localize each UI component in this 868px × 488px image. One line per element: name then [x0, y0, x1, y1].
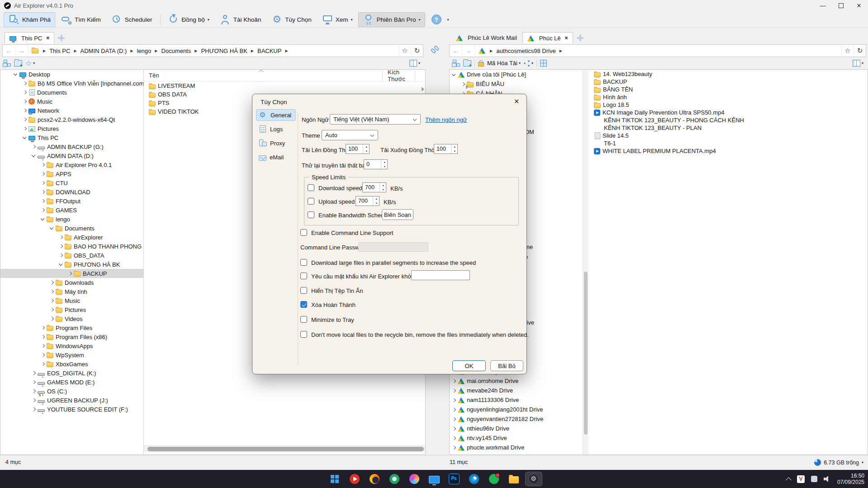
ok-button[interactable]: OK [452, 360, 486, 371]
expander-icon[interactable] [21, 98, 28, 105]
tree-item[interactable]: FFOutput [0, 196, 143, 206]
chevron-down-icon[interactable]: ▾ [862, 460, 863, 464]
edit-schedule-button[interactable]: Biên Soạn [382, 209, 413, 220]
expander-icon[interactable] [39, 342, 47, 349]
tree-item[interactable]: Pictures [0, 124, 143, 133]
tree-item-drive[interactable]: nguyenvantien2728182 Drive [450, 414, 583, 424]
chevron-down-icon[interactable]: ▾ [33, 61, 35, 65]
file-row[interactable]: BẢNG TÊN [589, 86, 868, 93]
taskbar-app-button[interactable] [524, 470, 544, 488]
vertical-scrollbar[interactable] [583, 70, 588, 455]
file-row[interactable]: T6-1 [589, 139, 868, 147]
expander-icon[interactable] [48, 288, 56, 295]
tree-item[interactable]: Drive của tôi [Phúc Lê] [450, 70, 583, 79]
dialog-sidebar-item[interactable]: General [256, 109, 296, 121]
toolbar-button[interactable]: Tài Khoản ▾ [215, 12, 266, 27]
tab-this-pc[interactable]: This PC × [5, 32, 54, 43]
chevron-down-icon[interactable]: ▾ [519, 61, 521, 65]
upload-speed-limit-checkbox[interactable] [308, 198, 314, 205]
new-folder-icon[interactable] [14, 60, 22, 67]
expander-icon[interactable] [451, 71, 458, 78]
expander-icon[interactable] [451, 406, 458, 413]
expander-icon[interactable] [39, 351, 47, 359]
expander-icon[interactable] [39, 170, 47, 177]
storage-info[interactable]: 6.73 GB trống ▾ [814, 459, 863, 466]
tree-item[interactable]: AirExplorer [0, 233, 143, 242]
horizontal-scrollbar[interactable] [144, 445, 425, 452]
taskbar-app-button[interactable] [424, 470, 444, 488]
expander-icon[interactable] [21, 116, 28, 123]
favorite-star-icon[interactable]: ☆ [841, 45, 854, 57]
tree-item-drive[interactable]: nthieu96tv Drive [450, 424, 583, 433]
tree-item[interactable]: Network [0, 106, 143, 115]
file-row[interactable]: BACKUP [589, 78, 868, 86]
new-folder-icon[interactable] [463, 60, 471, 67]
splitter-collapse-icon[interactable] [422, 87, 424, 91]
tree-item[interactable]: PHƯƠNG HÀ BK [0, 260, 143, 269]
add-language-link[interactable]: Thêm ngôn ngữ [425, 116, 467, 123]
breadcrumb-item[interactable]: PHƯƠNG HÀ BK [200, 48, 248, 54]
taskbar-app-button[interactable] [345, 470, 365, 488]
expander-icon[interactable] [39, 324, 47, 331]
language-select[interactable]: Tiếng Việt (Việt Nam) [330, 114, 421, 124]
expander-icon[interactable] [57, 261, 65, 268]
expander-icon[interactable] [48, 225, 56, 232]
new-tab-button[interactable] [58, 34, 65, 41]
expander-icon[interactable] [451, 444, 458, 451]
tree-item[interactable]: CTU [0, 178, 143, 187]
retry-spinner[interactable]: 0 [364, 159, 388, 169]
expander-icon[interactable] [39, 179, 47, 187]
tree-item[interactable]: GAMES MOD (E:) [0, 378, 143, 387]
file-row[interactable]: KÊNH TIKTOK 123_BEAUTY - PHONG CÁCH KÊNH [589, 116, 868, 124]
chevron-down-icon[interactable]: ▾ [531, 61, 533, 65]
download-speed-limit-spinner[interactable]: 700 [362, 182, 386, 192]
toolbar-button[interactable]: Tìm Kiếm ▾ [56, 12, 105, 27]
encrypted-upload-label[interactable]: Mã Hóa Tải [487, 60, 517, 67]
startup-password-field[interactable] [411, 270, 470, 280]
file-row[interactable]: LIVESTREAM [144, 81, 425, 90]
tree-item[interactable]: Program Files (x86) [0, 332, 143, 341]
expander-icon[interactable] [30, 152, 38, 159]
cancel-button[interactable]: Bãi Bỏ [490, 360, 523, 371]
file-row[interactable]: WHITE LABEL PREMIUM PLACENTA.mp4 [589, 147, 868, 155]
expander-icon[interactable] [48, 279, 56, 286]
upload-concurrent-spinner[interactable]: 100 [346, 144, 370, 154]
expander-icon[interactable] [39, 360, 47, 368]
share-icon[interactable] [524, 60, 530, 67]
expander-icon[interactable] [48, 297, 56, 304]
tree-item[interactable]: YOUTUBE SOURCE EDIT (F:) [0, 405, 143, 414]
taskbar-app-button[interactable] [365, 470, 384, 488]
tree-item-drive[interactable]: nam11133306 Drive [450, 395, 583, 405]
taskbar-app-button[interactable] [484, 470, 504, 488]
scrollbar-thumb[interactable] [147, 447, 424, 451]
expander-icon[interactable] [21, 80, 28, 87]
tray-chevron-up-icon[interactable] [786, 477, 792, 483]
tree-item[interactable]: ADMIN BACKUP (G:) [0, 142, 143, 151]
favorite-star-icon[interactable]: ☆ [398, 45, 411, 57]
breadcrumb-item[interactable]: BACKUP [256, 48, 282, 54]
tree-item[interactable]: Máy tính [0, 287, 143, 296]
file-row[interactable]: KCN Image Daily Prevention Ultra SPS50.m… [589, 109, 868, 116]
column-header-name[interactable]: Tên [144, 72, 382, 79]
delete-completed-checkbox[interactable] [300, 301, 307, 308]
toolbar-button[interactable]: Xem ▾ [317, 12, 357, 27]
tree-item-drive[interactable]: nguyenlinhgiang2001ht Drive [450, 405, 583, 414]
breadcrumb-item[interactable]: authcosmetics98 Drive [495, 48, 557, 54]
tree-item[interactable]: Pictures [0, 305, 143, 314]
breadcrumb-item[interactable]: This PC [48, 48, 71, 54]
tree-item[interactable]: ADMIN DATA (D:) [0, 151, 143, 160]
expander-icon[interactable] [21, 125, 28, 132]
tree-item[interactable]: Music [0, 296, 143, 305]
tree-view-icon[interactable] [453, 60, 460, 67]
expander-icon[interactable] [57, 243, 65, 250]
dialog-sidebar-item[interactable]: eMail [256, 151, 296, 163]
toolbar-button[interactable]: Scheduler ▾ [106, 12, 157, 27]
tab-cloud-account[interactable]: Phúc Lê Work Mail × [451, 32, 522, 43]
bandwidth-scheduler-checkbox[interactable] [308, 211, 314, 218]
tree-item[interactable]: APPS [0, 169, 143, 178]
tree-item[interactable]: Desktop [0, 70, 143, 79]
tree-item[interactable]: Air Explorer Pro 4.0.1 [0, 160, 143, 169]
toolbar-button[interactable]: Phiên Bản Pro ▾ [358, 12, 425, 27]
dialog-sidebar-item[interactable]: Proxy [256, 137, 296, 149]
refresh-icon[interactable]: ↻ [854, 45, 866, 57]
